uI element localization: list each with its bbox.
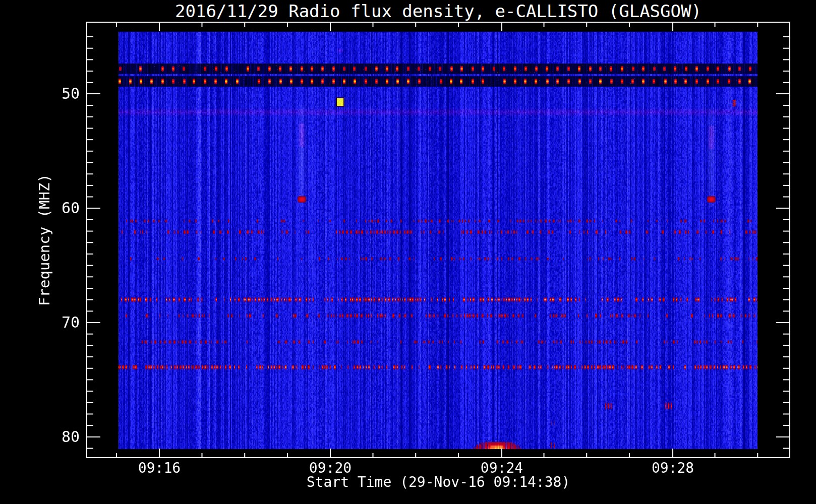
x-tick-label: 09:16 [124, 460, 195, 476]
y-axis-label: Frequency (MHZ) [36, 174, 53, 306]
plot-frame [87, 22, 790, 458]
x-tick-label: 09:24 [467, 460, 537, 476]
y-tick-label: 60 [28, 200, 80, 216]
y-tick-label: 50 [28, 86, 80, 102]
y-tick-label: 70 [28, 314, 80, 331]
x-tick-label: 09:20 [295, 460, 366, 476]
spectrogram-page: 2016/11/29 Radio flux density, e-CALLIST… [0, 0, 816, 504]
x-tick-label: 09:28 [637, 460, 708, 476]
y-tick-label: 80 [28, 429, 80, 445]
plot-axes [0, 0, 816, 504]
